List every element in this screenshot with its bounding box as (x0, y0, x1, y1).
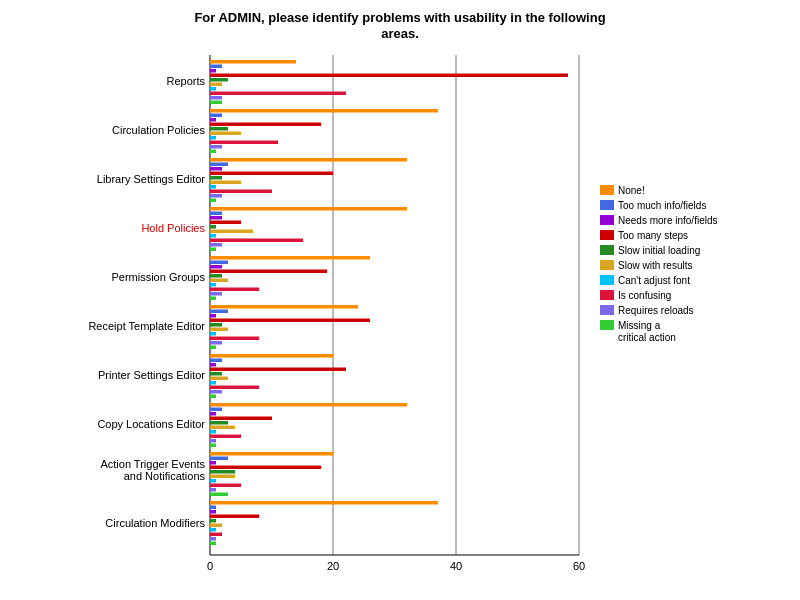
svg-rect-203 (210, 395, 216, 399)
svg-rect-179 (210, 288, 259, 292)
svg-rect-190 (210, 337, 259, 341)
svg-rect-235 (210, 533, 222, 537)
svg-rect-243 (600, 215, 614, 225)
svg-rect-185 (210, 314, 216, 318)
svg-text:60: 60 (573, 560, 585, 572)
svg-rect-184 (210, 310, 228, 314)
svg-rect-154 (210, 176, 222, 180)
svg-text:40: 40 (450, 560, 462, 572)
svg-rect-247 (600, 245, 614, 255)
svg-text:Circulation Policies: Circulation Policies (112, 124, 205, 136)
svg-text:and Notifications: and Notifications (124, 470, 206, 482)
svg-rect-191 (210, 341, 222, 345)
svg-rect-174 (210, 265, 222, 269)
svg-rect-153 (210, 172, 333, 176)
svg-text:0: 0 (207, 560, 213, 572)
svg-rect-206 (210, 408, 222, 412)
svg-rect-237 (210, 542, 216, 546)
svg-rect-167 (210, 234, 216, 238)
svg-rect-147 (210, 145, 222, 149)
svg-rect-141 (210, 118, 216, 122)
svg-rect-232 (210, 519, 216, 523)
svg-rect-207 (210, 412, 216, 416)
svg-text:Slow initial loading: Slow initial loading (618, 245, 700, 256)
svg-text:Receipt Template Editor: Receipt Template Editor (88, 320, 205, 332)
svg-text:Copy Locations Editor: Copy Locations Editor (97, 418, 205, 430)
svg-text:Requires reloads: Requires reloads (618, 305, 694, 316)
svg-rect-223 (210, 484, 241, 488)
svg-rect-145 (210, 136, 216, 140)
svg-rect-169 (210, 243, 222, 247)
svg-rect-192 (210, 346, 216, 350)
svg-rect-152 (210, 167, 222, 171)
svg-rect-137 (210, 101, 222, 105)
svg-text:Printer Settings Editor: Printer Settings Editor (98, 369, 205, 381)
svg-rect-222 (210, 479, 216, 483)
svg-rect-157 (210, 190, 272, 194)
svg-text:Circulation Modifiers: Circulation Modifiers (105, 517, 205, 529)
svg-rect-233 (210, 524, 222, 528)
svg-rect-156 (210, 185, 216, 189)
svg-rect-129 (210, 65, 222, 69)
svg-rect-181 (210, 297, 216, 301)
full-chart: For ADMIN, please identify problems with… (0, 0, 800, 600)
svg-rect-183 (210, 305, 358, 309)
svg-rect-197 (210, 368, 346, 372)
svg-rect-251 (600, 275, 614, 285)
svg-rect-135 (210, 92, 346, 96)
svg-rect-188 (210, 328, 228, 332)
svg-rect-230 (210, 510, 216, 514)
svg-rect-173 (210, 261, 228, 265)
svg-rect-128 (210, 60, 296, 64)
svg-rect-224 (210, 488, 216, 492)
svg-rect-241 (600, 200, 614, 210)
svg-rect-245 (600, 230, 614, 240)
svg-rect-218 (210, 461, 216, 465)
svg-rect-130 (210, 69, 216, 73)
svg-rect-220 (210, 470, 235, 474)
svg-text:areas.: areas. (381, 26, 419, 41)
svg-text:Too many steps: Too many steps (618, 230, 688, 241)
svg-rect-225 (210, 493, 228, 497)
svg-text:20: 20 (327, 560, 339, 572)
svg-rect-196 (210, 363, 216, 367)
svg-rect-139 (210, 109, 438, 113)
svg-rect-151 (210, 163, 228, 167)
svg-rect-132 (210, 78, 228, 82)
svg-rect-249 (600, 260, 614, 270)
svg-rect-257 (600, 320, 614, 330)
svg-rect-221 (210, 475, 235, 479)
svg-rect-231 (210, 515, 259, 519)
svg-rect-159 (210, 199, 216, 203)
svg-rect-186 (210, 319, 370, 323)
svg-rect-217 (210, 457, 228, 461)
svg-rect-155 (210, 181, 241, 185)
svg-rect-208 (210, 417, 272, 421)
svg-rect-165 (210, 225, 216, 229)
svg-rect-199 (210, 377, 228, 381)
svg-text:critical action: critical action (618, 332, 676, 343)
svg-rect-234 (210, 528, 216, 532)
svg-rect-146 (210, 141, 278, 145)
svg-rect-236 (210, 537, 216, 541)
svg-rect-177 (210, 279, 228, 283)
svg-rect-142 (210, 123, 321, 127)
svg-rect-150 (210, 158, 407, 162)
svg-rect-187 (210, 323, 222, 327)
svg-rect-216 (210, 452, 333, 456)
svg-rect-168 (210, 239, 303, 243)
svg-rect-205 (210, 403, 407, 407)
svg-rect-166 (210, 230, 253, 234)
svg-rect-214 (210, 444, 216, 448)
svg-rect-178 (210, 283, 216, 287)
svg-rect-164 (210, 221, 241, 225)
svg-rect-198 (210, 372, 222, 376)
svg-rect-253 (600, 290, 614, 300)
svg-rect-202 (210, 390, 222, 394)
svg-rect-213 (210, 439, 216, 443)
svg-rect-170 (210, 248, 216, 252)
svg-rect-219 (210, 466, 321, 470)
svg-text:Permission Groups: Permission Groups (111, 271, 205, 283)
svg-rect-162 (210, 212, 222, 216)
svg-rect-116 (0, 0, 800, 600)
